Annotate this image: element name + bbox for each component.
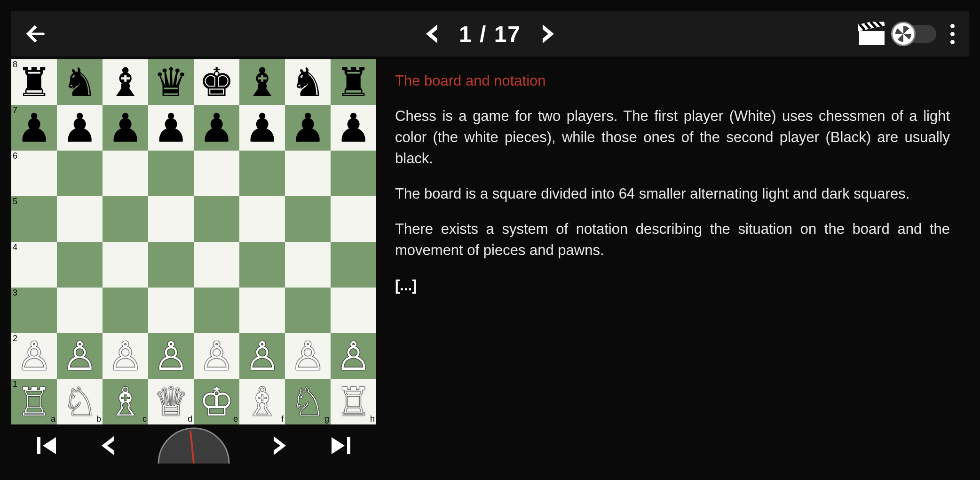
black-queen-icon: ♛ [153, 63, 189, 102]
square-d6[interactable] [148, 151, 194, 196]
move-last-button[interactable] [327, 432, 353, 459]
file-label: f [281, 414, 284, 424]
clapperboard-button[interactable] [858, 22, 885, 46]
square-e7[interactable]: ♟ [194, 105, 239, 151]
square-e1[interactable]: e♔ [194, 379, 239, 424]
square-h3[interactable] [331, 288, 376, 333]
rank-label: 8 [13, 60, 17, 70]
black-pawn-icon: ♟ [290, 108, 325, 148]
white-pawn-icon: ♙ [245, 336, 280, 376]
square-d3[interactable] [148, 288, 194, 333]
move-first-button[interactable] [34, 432, 61, 459]
square-a5[interactable]: 5 [11, 196, 57, 242]
chevron-left-icon [98, 432, 117, 459]
square-a6[interactable]: 6 [11, 151, 57, 196]
square-h5[interactable] [331, 196, 376, 242]
square-g1[interactable]: g♘ [285, 379, 331, 424]
square-c5[interactable] [103, 196, 148, 242]
eval-gauge[interactable] [154, 426, 234, 466]
square-b4[interactable] [57, 242, 103, 288]
square-g7[interactable]: ♟ [285, 105, 331, 151]
pager-prev-button[interactable] [423, 23, 440, 45]
square-a1[interactable]: 1a♖ [11, 379, 57, 424]
file-label: h [370, 414, 375, 424]
square-c7[interactable]: ♟ [103, 105, 148, 151]
move-prev-button[interactable] [98, 432, 117, 459]
black-pawn-icon: ♟ [153, 108, 189, 148]
square-e8[interactable]: ♚ [194, 59, 239, 105]
square-d5[interactable] [148, 196, 194, 242]
square-f3[interactable] [239, 288, 285, 333]
white-pawn-icon: ♙ [290, 336, 325, 376]
black-pawn-icon: ♟ [199, 108, 234, 148]
square-g8[interactable]: ♞ [285, 59, 331, 105]
square-d8[interactable]: ♛ [148, 59, 194, 105]
square-e5[interactable] [194, 196, 239, 242]
square-c3[interactable] [103, 288, 148, 333]
move-next-button[interactable] [271, 432, 290, 459]
square-g2[interactable]: ♙ [285, 333, 331, 379]
board-style-toggle[interactable] [900, 25, 936, 43]
black-pawn-icon: ♟ [16, 108, 52, 148]
square-g5[interactable] [285, 196, 331, 242]
square-c2[interactable]: ♙ [103, 333, 148, 379]
square-f7[interactable]: ♟ [239, 105, 285, 151]
square-a4[interactable]: 4 [11, 242, 57, 288]
pager-next-button[interactable] [540, 23, 557, 45]
read-more-button[interactable]: [...] [395, 275, 950, 296]
overflow-menu-button[interactable] [950, 24, 955, 44]
white-pawn-icon: ♙ [108, 336, 143, 376]
square-h8[interactable]: ♜ [331, 59, 376, 105]
chevron-left-icon [423, 23, 440, 45]
white-pawn-icon: ♙ [336, 336, 371, 376]
square-f4[interactable] [239, 242, 285, 288]
square-f5[interactable] [239, 196, 285, 242]
square-c4[interactable] [103, 242, 148, 288]
main: 8♜♞♝♛♚♝♞♜7♟♟♟♟♟♟♟♟65432♙♙♙♙♙♙♙♙1a♖b♘c♗d♕… [0, 56, 980, 480]
square-g6[interactable] [285, 151, 331, 196]
square-b8[interactable]: ♞ [57, 59, 103, 105]
square-b5[interactable] [57, 196, 103, 242]
square-f1[interactable]: f♗ [239, 379, 285, 424]
black-rook-icon: ♜ [16, 63, 52, 102]
square-f8[interactable]: ♝ [239, 59, 285, 105]
square-a3[interactable]: 3 [11, 288, 57, 333]
square-d1[interactable]: d♕ [148, 379, 194, 424]
square-e2[interactable]: ♙ [194, 333, 239, 379]
square-b3[interactable] [57, 288, 103, 333]
square-f2[interactable]: ♙ [239, 333, 285, 379]
square-a8[interactable]: 8♜ [11, 59, 57, 105]
square-e4[interactable] [194, 242, 239, 288]
file-label: e [233, 414, 238, 424]
gauge-icon [154, 426, 234, 466]
square-d7[interactable]: ♟ [148, 105, 194, 151]
back-button[interactable] [25, 23, 48, 45]
square-h4[interactable] [331, 242, 376, 288]
chess-board[interactable]: 8♜♞♝♛♚♝♞♜7♟♟♟♟♟♟♟♟65432♙♙♙♙♙♙♙♙1a♖b♘c♗d♕… [11, 59, 376, 424]
square-c8[interactable]: ♝ [103, 59, 148, 105]
square-f6[interactable] [239, 151, 285, 196]
square-d2[interactable]: ♙ [148, 333, 194, 379]
pager-counter: 1 / 17 [459, 21, 521, 47]
square-a7[interactable]: 7♟ [11, 105, 57, 151]
square-h6[interactable] [331, 151, 376, 196]
square-c1[interactable]: c♗ [103, 379, 148, 424]
black-king-icon: ♚ [199, 63, 234, 102]
square-e3[interactable] [194, 288, 239, 333]
square-g4[interactable] [285, 242, 331, 288]
square-c6[interactable] [103, 151, 148, 196]
square-b6[interactable] [57, 151, 103, 196]
square-b7[interactable]: ♟ [57, 105, 103, 151]
square-d4[interactable] [148, 242, 194, 288]
square-g3[interactable] [285, 288, 331, 333]
square-b1[interactable]: b♘ [57, 379, 103, 424]
move-navigation [11, 424, 376, 467]
pager: 1 / 17 [423, 21, 557, 47]
square-a2[interactable]: 2♙ [11, 333, 57, 379]
square-e6[interactable] [194, 151, 239, 196]
square-b2[interactable]: ♙ [57, 333, 103, 379]
square-h1[interactable]: h♖ [331, 379, 376, 424]
square-h2[interactable]: ♙ [331, 333, 376, 379]
square-h7[interactable]: ♟ [331, 105, 376, 151]
white-rook-icon: ♖ [16, 382, 52, 422]
